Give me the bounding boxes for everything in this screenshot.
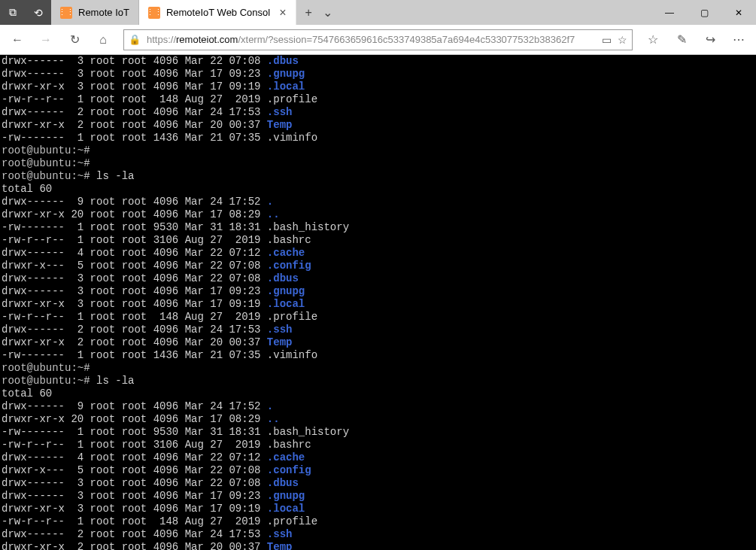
ls-row: drwxr-xr-x 3 root root 4096 Mar 17 09:19… [2,81,754,93]
reading-view-icon[interactable]: ▭ [602,34,612,46]
file-name: .viminfo [267,349,317,361]
file-name: .bash_history [267,221,349,233]
home-button[interactable]: ⌂ [90,27,116,53]
close-tab-icon[interactable]: × [279,6,286,20]
address-bar[interactable]: 🔒 https:// remoteiot.com /xterm/?session… [123,29,633,50]
dir-name: . [267,196,273,208]
cmd: ls -la [96,170,134,182]
dir-name: .gnupg [267,490,305,502]
file-name: .viminfo [267,132,317,144]
ls-row: -rw-r--r-- 1 root root 148 Aug 27 2019 .… [2,311,754,324]
url-text: https:// remoteiot.com /xterm/?session=7… [147,34,596,45]
tab-label: Remote IoT [78,7,129,18]
ls-row: drwxr-xr-x 2 root root 4096 Mar 20 00:37… [2,119,754,132]
tab-menu-chevron-icon[interactable]: ⌄ [323,5,332,20]
ls-row: drwxr-xr-x 20 root root 4096 Mar 17 08:2… [2,413,754,426]
window-controls: — ▢ ✕ [652,0,756,25]
dir-name: .dbus [267,55,299,67]
close-window-button[interactable]: ✕ [721,0,756,25]
total-line: total 60 [2,387,754,400]
dir-name: .. [267,413,280,425]
tabs-aside-icon[interactable]: ⧉ [0,0,26,25]
new-tab-button[interactable]: + [305,6,312,20]
toolbar: ← → ↻ ⌂ 🔒 https:// remoteiot.com /xterm/… [0,25,756,55]
terminal-output[interactable]: drwx------ 3 root root 4096 Mar 22 07:08… [0,55,756,550]
ls-row: drwx------ 4 root root 4096 Mar 22 07:12… [2,451,754,464]
ls-row: drwxr-xr-x 2 root root 4096 Mar 20 00:37… [2,336,754,349]
ls-row: drwx------ 2 root root 4096 Mar 24 17:53… [2,324,754,336]
dir-name: Temp [267,541,293,550]
notes-icon[interactable]: ✎ [669,27,694,53]
dir-name: .config [267,464,311,476]
file-name: .profile [267,93,317,105]
ls-row: drwx------ 3 root root 4096 Mar 17 09:23… [2,285,754,298]
favorite-star-icon[interactable]: ☆ [618,34,627,46]
recent-tabs-icon[interactable]: ⟲ [26,0,51,25]
ls-row: drwx------ 3 root root 4096 Mar 22 07:08… [2,55,754,68]
ls-row: -rw------- 1 root root 9530 Mar 31 18:31… [2,426,754,439]
prompt-line: root@ubuntu:~# ls -la [2,375,754,387]
file-name: .bashrc [267,234,311,246]
ls-row: -rw-r--r-- 1 root root 3106 Aug 27 2019 … [2,439,754,451]
prompt-line: root@ubuntu:~# [2,157,754,170]
ls-row: drwx------ 9 root root 4096 Mar 24 17:52… [2,400,754,413]
ls-row: drwxr-xr-x 3 root root 4096 Mar 17 09:19… [2,503,754,515]
back-button[interactable]: ← [5,27,30,53]
ls-row: drwx------ 3 root root 4096 Mar 17 09:23… [2,490,754,503]
dir-name: .dbus [267,477,299,489]
favorites-hub-icon[interactable]: ☆ [640,27,666,53]
ls-row: drwx------ 2 root root 4096 Mar 24 17:53… [2,528,754,541]
dir-name: .ssh [267,528,293,540]
ls-row: -rw------- 1 root root 1436 Mar 21 07:35… [2,132,754,144]
dir-name: .config [267,260,311,272]
ls-row: drwx------ 3 root root 4096 Mar 22 07:08… [2,272,754,285]
forward-button[interactable]: → [33,27,59,53]
ls-row: drwx------ 2 root root 4096 Mar 24 17:53… [2,106,754,119]
wifi-icon: ⋮⋮ [148,7,160,19]
ls-row: drwx------ 4 root root 4096 Mar 22 07:12… [2,247,754,260]
titlebar-left: ⧉ ⟲ [0,0,51,25]
ls-row: drwx------ 3 root root 4096 Mar 17 09:23… [2,68,754,81]
wifi-icon: ⋮⋮ [60,7,72,19]
ls-row: drwxr-xr-x 2 root root 4096 Mar 20 00:37… [2,541,754,550]
dir-name: .dbus [267,272,299,284]
dir-name: .. [267,208,280,220]
lock-icon: 🔒 [129,34,141,45]
dir-name: Temp [267,119,293,131]
settings-more-icon[interactable]: ⋯ [726,27,751,53]
ls-row: drwxr-xr-x 20 root root 4096 Mar 17 08:2… [2,208,754,221]
file-name: .bash_history [267,426,349,438]
dir-name: Temp [267,336,293,348]
dir-name: .cache [267,247,305,259]
maximize-button[interactable]: ▢ [687,0,721,25]
ls-row: drwxr-x--- 5 root root 4096 Mar 22 07:08… [2,260,754,272]
minimize-button[interactable]: — [652,0,687,25]
dir-name: .ssh [267,324,293,336]
tab-label: RemoteIoT Web Consol [166,7,270,18]
ls-row: -rw------- 1 root root 1436 Mar 21 07:35… [2,349,754,362]
total-line: total 60 [2,183,754,196]
dir-name: .gnupg [267,285,305,297]
newtab-area: + ⌄ [296,0,332,25]
share-icon[interactable]: ↪ [697,27,723,53]
tabs: ⋮⋮ Remote IoT ⋮⋮ RemoteIoT Web Consol × … [51,0,652,25]
prompt-line: root@ubuntu:~# [2,144,754,157]
prompt-line: root@ubuntu:~# ls -la [2,170,754,183]
dir-name: .cache [267,451,305,463]
dir-name: .local [267,503,305,515]
file-name: .profile [267,311,317,323]
file-name: .bashrc [267,439,311,451]
ls-row: drwx------ 3 root root 4096 Mar 22 07:08… [2,477,754,490]
titlebar: ⧉ ⟲ ⋮⋮ Remote IoT ⋮⋮ RemoteIoT Web Conso… [0,0,756,25]
dir-name: .local [267,81,305,93]
dir-name: . [267,400,273,412]
tab-web-console[interactable]: ⋮⋮ RemoteIoT Web Consol × [139,0,296,25]
reload-button[interactable]: ↻ [62,27,87,53]
ls-row: drwxr-x--- 5 root root 4096 Mar 22 07:08… [2,464,754,477]
ls-row: -rw-r--r-- 1 root root 3106 Aug 27 2019 … [2,234,754,247]
ls-row: drwxr-xr-x 3 root root 4096 Mar 17 09:19… [2,298,754,311]
ls-row: -rw------- 1 root root 9530 Mar 31 18:31… [2,221,754,234]
ls-row: drwx------ 9 root root 4096 Mar 24 17:52… [2,196,754,208]
tab-remote-iot[interactable]: ⋮⋮ Remote IoT [51,0,139,25]
dir-name: .gnupg [267,68,305,80]
